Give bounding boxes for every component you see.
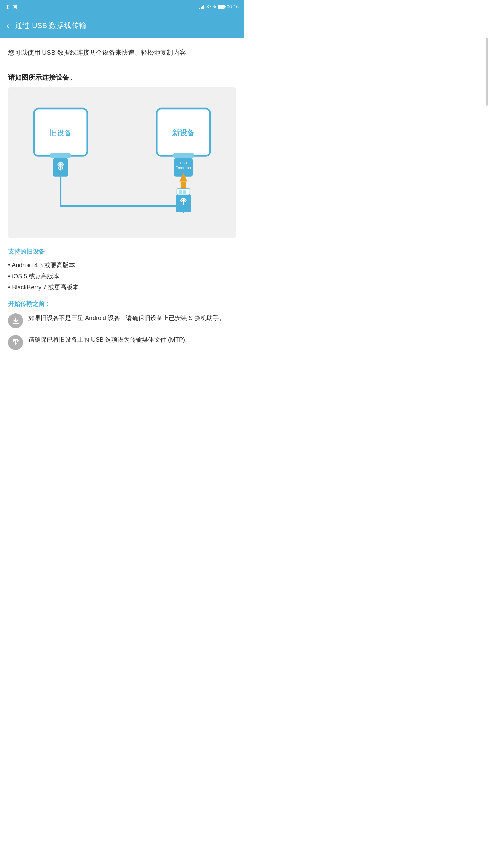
divider — [8, 66, 236, 66]
before-title: 开始传输之前： — [8, 300, 236, 308]
description-text: 您可以使用 USB 数据线连接两个设备来快速、轻松地复制内容。 — [8, 47, 236, 58]
svg-text:旧设备: 旧设备 — [49, 129, 72, 137]
svg-rect-1 — [50, 153, 71, 158]
back-button[interactable]: ‹ — [7, 21, 9, 31]
status-bar: ⊕ ▣ 87% 06:16 — [0, 0, 244, 14]
connection-diagram: 旧设备 ⌀ 新设备 USB — [15, 98, 229, 226]
header: ‹ 通过 USB 数据线传输 — [0, 14, 244, 38]
time-display: 06:16 — [227, 4, 239, 9]
instruction-text-2: 请确保已将旧设备上的 USB 选项设为传输媒体文件 (MTP)。 — [28, 335, 236, 345]
main-content: 您可以使用 USB 数据线连接两个设备来快速、轻松地复制内容。 请如图所示连接设… — [0, 38, 244, 238]
supported-section: 支持的旧设备 • Android 4.3 或更高版本 • iOS 5 或更高版本… — [0, 248, 244, 293]
app-icon-1: ⊕ — [5, 4, 10, 10]
svg-text:USB: USB — [180, 162, 187, 165]
battery-icon — [218, 5, 225, 9]
battery-percentage: 87% — [206, 4, 216, 9]
svg-text:Connector: Connector — [176, 166, 192, 170]
status-bar-right: 87% 06:16 — [199, 4, 239, 9]
status-bar-left: ⊕ ▣ — [5, 4, 17, 10]
svg-rect-19 — [181, 182, 186, 189]
download-icon — [8, 313, 23, 328]
svg-text:新设备: 新设备 — [172, 129, 195, 137]
connection-section-title: 请如图所示连接设备。 — [8, 73, 236, 82]
signal-icon — [199, 4, 204, 9]
svg-rect-13 — [173, 153, 194, 158]
svg-marker-38 — [15, 343, 17, 345]
usb-icon — [8, 335, 23, 350]
app-icon-2: ▣ — [13, 4, 17, 9]
supported-item-1: • Android 4.3 或更高版本 — [8, 260, 236, 271]
supported-title: 支持的旧设备 — [8, 248, 236, 256]
diagram-area: 旧设备 ⌀ 新设备 USB — [8, 87, 236, 238]
instruction-item-1: 如果旧设备不是三星 Android 设备，请确保旧设备上已安装 S 换机助手。 — [8, 313, 236, 328]
page-title: 通过 USB 数据线传输 — [15, 21, 86, 31]
before-section: 开始传输之前： 如果旧设备不是三星 Android 设备，请确保旧设备上已安装 … — [0, 300, 244, 350]
instruction-item-2: 请确保已将旧设备上的 USB 选项设为传输媒体文件 (MTP)。 — [8, 335, 236, 350]
instruction-text-1: 如果旧设备不是三星 Android 设备，请确保旧设备上已安装 S 换机助手。 — [28, 313, 236, 323]
supported-item-3: • BlackBerry 7 或更高版本 — [8, 282, 236, 293]
svg-rect-22 — [183, 190, 186, 194]
supported-item-2: • iOS 5 或更高版本 — [8, 271, 236, 282]
svg-rect-21 — [179, 190, 182, 194]
